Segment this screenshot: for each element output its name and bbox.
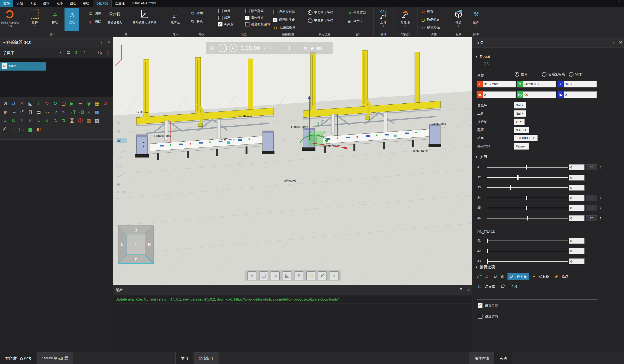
attach-button[interactable]: ⧉ 附加 xyxy=(190,11,203,16)
playbar-export-icon[interactable]: ▦ xyxy=(317,46,321,51)
statement-tool-icon[interactable]: ↱ xyxy=(27,117,34,124)
subprogram-main-item[interactable]: M Main xyxy=(0,62,46,70)
snap-mode-button[interactable]: ✶ 坐标框 xyxy=(530,273,552,280)
statement-tool-icon[interactable]: →: xyxy=(10,126,17,133)
subprogram-tool-icon[interactable]: ⎘ xyxy=(97,50,103,56)
subprogram-tool-icon[interactable]: ▤ xyxy=(66,50,71,56)
statement-tool-icon[interactable]: :→ xyxy=(19,126,25,133)
pin-icon[interactable]: Ŧ xyxy=(98,40,105,45)
jog-button[interactable]: ☝ 点动 xyxy=(65,8,79,31)
statement-tool-icon[interactable]: ● xyxy=(85,109,92,115)
restore-window-button[interactable]: ⊞ 恢复窗口 xyxy=(347,10,366,15)
statement-tool-icon[interactable]: →T xyxy=(69,109,75,115)
property-dropdown[interactable]: 0 (000000) ▼ xyxy=(514,135,538,141)
subprogram-tool-icon[interactable]: ↧ xyxy=(74,50,79,56)
bottom-tab[interactable]: 监控窗口 xyxy=(194,352,219,364)
view-option-icon[interactable]: ⊞ xyxy=(117,129,127,134)
edit-detector-button[interactable]: ⚙ 编辑探测器 xyxy=(273,25,296,30)
overlay-tool-icon[interactable]: ∿ xyxy=(271,272,280,280)
collapse-ribbon-icon[interactable]: ⌃ xyxy=(617,0,621,5)
cal-tools-button[interactable]: CAL 工具▾ xyxy=(376,8,391,31)
limit-checkbox[interactable]: 奇异点 xyxy=(218,22,242,26)
statement-tool-icon[interactable]: ⊠ xyxy=(2,100,9,107)
statement-tool-icon[interactable]: ↺ xyxy=(19,109,25,115)
snap-mode-button[interactable]: ▱ ↙ 面 xyxy=(492,273,507,280)
joint-value[interactable]: 0 xyxy=(569,248,585,254)
statement-tool-icon[interactable]: # xyxy=(2,109,9,115)
axis-value[interactable]: 3489 xyxy=(564,81,597,88)
turn-spinner[interactable]: ▲▼ xyxy=(598,215,603,221)
template-button[interactable]: 模板▾ xyxy=(451,8,466,31)
statement-tool-icon[interactable]: ∿ xyxy=(44,100,50,107)
joint-slider[interactable] xyxy=(487,208,568,208)
snap-option-checkbox[interactable]: 设置位置 xyxy=(478,303,498,308)
viewport-3d[interactable]: 点动 JointFrame JointFrame JointFrame Flan… xyxy=(113,37,472,285)
property-dropdown[interactable]: Null ▼ xyxy=(514,110,526,117)
statement-tool-icon[interactable]: Ⓢ xyxy=(77,117,84,124)
view-option-icon[interactable]: ◸ ▾ xyxy=(117,164,127,169)
statement-tool-icon[interactable]: ↳ xyxy=(35,117,42,124)
turn-spinner[interactable]: ▲▼ xyxy=(598,164,603,170)
joint-slider-handle[interactable] xyxy=(526,165,527,169)
joint-slider-handle[interactable] xyxy=(526,196,527,200)
joint-value[interactable]: 0 xyxy=(569,238,585,244)
joint-slider[interactable] xyxy=(487,261,568,262)
playbar-export-icon[interactable]: ◉ xyxy=(310,46,314,51)
view-option-icon[interactable]: □ xyxy=(117,146,127,152)
snap-mode-button[interactable]: ∟ ↘ 二等分 xyxy=(498,283,520,290)
axis-value[interactable]: 0 xyxy=(483,91,516,98)
view-option-icon[interactable]: ◇ ▾ xyxy=(117,155,127,160)
view-option-icon[interactable]: SUB xyxy=(117,190,127,195)
axis-value[interactable]: 90 xyxy=(523,91,556,98)
snap-section-header[interactable]: ▼捕捉选项 xyxy=(475,265,495,270)
measure-button[interactable]: ⊏ 测量 xyxy=(88,11,101,16)
statement-tool-icon[interactable]: ↰ xyxy=(19,117,25,124)
joint-slider-handle[interactable] xyxy=(526,206,527,210)
joint-value[interactable]: 0 xyxy=(569,175,585,181)
property-dropdown[interactable]: Null ▼ xyxy=(514,102,526,109)
menu-tab[interactable]: 工艺 xyxy=(26,0,40,7)
joint-slider-handle[interactable] xyxy=(527,216,528,221)
statement-tool-icon[interactable]: ↻ xyxy=(52,100,59,107)
move-path-button[interactable]: ↳● 移动路径 xyxy=(421,25,440,30)
overlay-tool-icon[interactable]: ✔ xyxy=(318,272,327,280)
statement-tool-icon[interactable]: ⌛ xyxy=(69,117,75,124)
pose-field[interactable]: Ry 90 xyxy=(517,91,556,98)
coord-mode-radio[interactable]: 父系坐标系 xyxy=(542,72,565,77)
statement-tool-icon[interactable]: ◉ xyxy=(85,100,92,107)
statement-tool-icon[interactable]: ⇄ xyxy=(10,100,17,107)
lock-radio[interactable]: 至世界（坐标） xyxy=(308,18,336,23)
statement-tool-icon[interactable]: ▤ xyxy=(85,117,92,124)
turn-button[interactable]: T0 xyxy=(586,205,597,211)
pose-field[interactable]: X 3182.262 xyxy=(477,81,516,88)
play-button[interactable]: ▶ xyxy=(229,44,237,52)
overlay-tool-icon[interactable]: ◣ xyxy=(283,272,291,280)
turn-spinner[interactable]: ▲▼ xyxy=(598,195,603,201)
playback-settings-gear-icon[interactable]: ⚙▾ xyxy=(209,45,215,51)
statement-tool-icon[interactable]: ◧ xyxy=(35,126,42,133)
update-message[interactable]: Update available. Current version: 4.5.0… xyxy=(116,297,339,301)
statement-tool-icon[interactable]: ▤ xyxy=(35,109,42,115)
statement-tool-icon[interactable]: ☰ xyxy=(77,100,84,107)
menu-tab[interactable]: 图纸 xyxy=(66,0,79,7)
plugins-button[interactable]: ⚒ 插件▾ xyxy=(469,8,483,31)
snap-mode-button[interactable]: ∕ ▸ 边 xyxy=(476,273,491,280)
joint-slider[interactable] xyxy=(487,198,568,198)
axis-value[interactable]: 3182.262 xyxy=(483,81,516,88)
speed-slider-handle[interactable] xyxy=(289,46,290,50)
pose-field[interactable]: Rz 0 xyxy=(558,91,597,98)
joint-slider-handle[interactable] xyxy=(487,239,488,243)
detach-button[interactable]: ⧉ 分离 xyxy=(190,19,203,24)
bottom-tab[interactable]: 程序编辑器 (R3) xyxy=(0,352,37,364)
statement-tool-icon[interactable]: ↝ xyxy=(44,109,50,115)
coord-mode-radio[interactable]: 世界 xyxy=(515,72,528,77)
statement-tool-icon[interactable]: ⎙ xyxy=(2,126,9,133)
joint-slider[interactable] xyxy=(487,167,568,168)
snap-mode-button[interactable]: ▱ ↙ 边和面 xyxy=(507,273,529,280)
turn-button[interactable]: T0 xyxy=(586,215,597,221)
view-option-icon[interactable]: ◆ ▾ xyxy=(117,182,127,187)
statement-tool-icon[interactable]: Π xyxy=(27,109,34,115)
joint-slider[interactable] xyxy=(487,177,568,178)
snap-mode-button[interactable]: ◈ 原点 xyxy=(552,273,571,280)
property-dropdown[interactable]: N U T ▼ xyxy=(514,127,529,133)
